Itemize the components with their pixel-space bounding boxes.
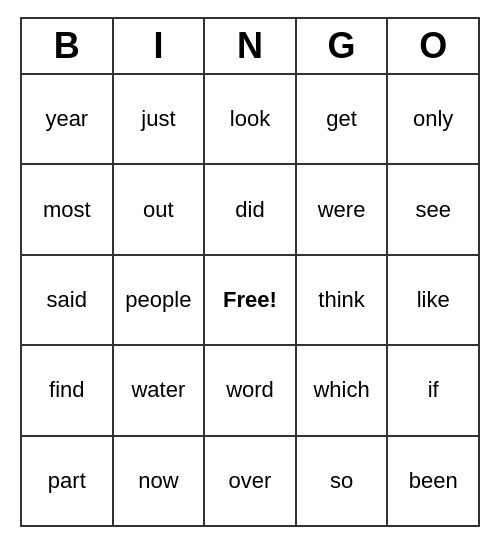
bingo-cell[interactable]: did [205, 165, 297, 253]
bingo-cell[interactable]: now [114, 437, 206, 525]
header-letter: O [388, 19, 478, 73]
bingo-cell[interactable]: out [114, 165, 206, 253]
bingo-cell[interactable]: only [388, 75, 478, 163]
bingo-cell[interactable]: word [205, 346, 297, 434]
bingo-body: yearjustlookgetonlymostoutdidwereseesaid… [22, 75, 478, 525]
bingo-cell[interactable]: year [22, 75, 114, 163]
bingo-cell[interactable]: see [388, 165, 478, 253]
bingo-cell[interactable]: find [22, 346, 114, 434]
bingo-cell[interactable]: if [388, 346, 478, 434]
bingo-cell[interactable]: look [205, 75, 297, 163]
bingo-cell[interactable]: water [114, 346, 206, 434]
bingo-cell[interactable]: most [22, 165, 114, 253]
bingo-cell[interactable]: over [205, 437, 297, 525]
bingo-row: partnowoversobeen [22, 437, 478, 525]
header-letter: N [205, 19, 297, 73]
bingo-row: yearjustlookgetonly [22, 75, 478, 165]
bingo-cell[interactable]: part [22, 437, 114, 525]
header-letter: G [297, 19, 389, 73]
bingo-card: BINGO yearjustlookgetonlymostoutdidweres… [20, 17, 480, 527]
header-letter: B [22, 19, 114, 73]
bingo-cell[interactable]: so [297, 437, 389, 525]
bingo-row: mostoutdidweresee [22, 165, 478, 255]
bingo-cell[interactable]: said [22, 256, 114, 344]
bingo-cell[interactable]: were [297, 165, 389, 253]
bingo-cell[interactable]: which [297, 346, 389, 434]
bingo-cell[interactable]: Free! [205, 256, 297, 344]
bingo-cell[interactable]: like [388, 256, 478, 344]
bingo-header: BINGO [22, 19, 478, 75]
bingo-cell[interactable]: just [114, 75, 206, 163]
bingo-cell[interactable]: think [297, 256, 389, 344]
bingo-cell[interactable]: people [114, 256, 206, 344]
bingo-cell[interactable]: get [297, 75, 389, 163]
bingo-row: saidpeopleFree!thinklike [22, 256, 478, 346]
header-letter: I [114, 19, 206, 73]
bingo-row: findwaterwordwhichif [22, 346, 478, 436]
bingo-cell[interactable]: been [388, 437, 478, 525]
